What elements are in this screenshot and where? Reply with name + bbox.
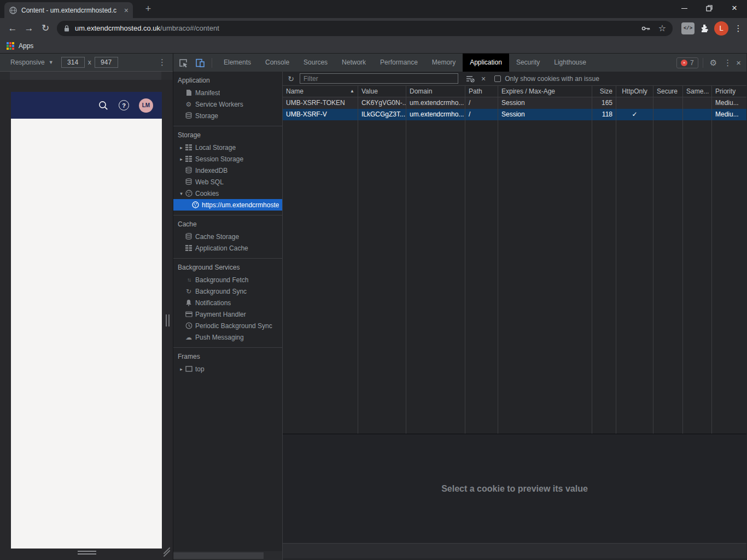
- sidebar-item-cookie-origin[interactable]: https://um.extendcrmhoste: [173, 199, 282, 211]
- devtools-close-icon[interactable]: ×: [736, 58, 741, 67]
- sidebar-item-cache-storage[interactable]: Cache Storage: [173, 231, 282, 242]
- profile-avatar[interactable]: L: [714, 21, 728, 36]
- sidebar-item-cookies[interactable]: ▾ Cookies: [173, 188, 282, 199]
- code-extension-icon[interactable]: </>: [681, 22, 695, 34]
- tab-network[interactable]: Network: [335, 54, 373, 72]
- browser-menu-icon[interactable]: ⋮: [734, 24, 743, 33]
- apps-shortcut[interactable]: Apps: [19, 42, 33, 50]
- page-app-header: ? LM: [11, 92, 162, 119]
- error-badge[interactable]: × 7: [676, 57, 698, 68]
- refresh-icon[interactable]: ↻: [287, 74, 295, 83]
- minimize-button[interactable]: [672, 0, 697, 16]
- new-tab-button[interactable]: +: [142, 3, 154, 15]
- delete-cookie-icon[interactable]: ×: [481, 74, 486, 83]
- column-header-httponly[interactable]: HttpOnly: [616, 86, 653, 97]
- tab-sources[interactable]: Sources: [296, 54, 335, 72]
- bookmark-star-icon[interactable]: ☆: [658, 23, 666, 33]
- viewport-resize-handle-right[interactable]: [166, 314, 170, 326]
- sidebar-item-background-sync[interactable]: ↻ Background Sync: [173, 285, 282, 297]
- sidebar-item-payment-handler[interactable]: Payment Handler: [173, 308, 282, 320]
- cloud-icon: ☁: [185, 334, 192, 341]
- sidebar-item-periodic-background-sync[interactable]: Periodic Background Sync: [173, 320, 282, 331]
- key-icon[interactable]: [641, 25, 651, 32]
- settings-gear-icon[interactable]: ⚙: [710, 58, 717, 68]
- emulated-page[interactable]: ? LM: [11, 92, 162, 549]
- tab-security[interactable]: Security: [509, 54, 547, 72]
- sidebar-item-push-messaging[interactable]: ☁ Push Messaging: [173, 331, 282, 343]
- address-bar[interactable]: um.extendcrmhosted.co.uk/umbraco#/conten…: [57, 21, 673, 36]
- expander-icon[interactable]: ▸: [178, 156, 185, 162]
- column-header-value[interactable]: Value: [358, 86, 406, 97]
- cookie-filter-input[interactable]: [300, 73, 458, 84]
- devtools-menu-icon[interactable]: ⋮: [723, 58, 732, 68]
- device-mode-select[interactable]: Responsive: [10, 59, 45, 66]
- sidebar-item-indexeddb[interactable]: IndexedDB: [173, 165, 282, 176]
- cookies-panel: ↻ × Only show cookies with an issue Name…: [283, 72, 746, 560]
- restore-button[interactable]: [697, 0, 722, 16]
- tab-console[interactable]: Console: [258, 54, 296, 72]
- tab-lighthouse[interactable]: Lighthouse: [547, 54, 593, 72]
- expander-icon[interactable]: ▸: [178, 145, 185, 150]
- sidebar-item-local-storage[interactable]: ▸ Local Storage: [173, 142, 282, 153]
- column-header-samesite[interactable]: Same...: [683, 86, 712, 97]
- tab-performance[interactable]: Performance: [373, 54, 425, 72]
- tab-memory[interactable]: Memory: [425, 54, 463, 72]
- only-issues-checkbox[interactable]: [494, 75, 501, 82]
- viewport-resize-handle-bottom[interactable]: [78, 551, 96, 556]
- reload-icon[interactable]: ↻: [37, 22, 54, 34]
- expander-icon[interactable]: ▸: [178, 366, 185, 372]
- device-toolbar-toggle-icon[interactable]: [193, 56, 207, 70]
- column-header-priority[interactable]: Priority: [712, 86, 746, 97]
- clear-filter-icon[interactable]: [466, 75, 475, 83]
- sidebar-horizontal-scrollbar[interactable]: [173, 551, 282, 560]
- column-header-path[interactable]: Path: [465, 86, 498, 97]
- tab-application[interactable]: Application: [463, 54, 509, 72]
- tab-close-icon[interactable]: ×: [124, 6, 129, 15]
- sidebar-item-session-storage[interactable]: ▸ Session Storage: [173, 153, 282, 165]
- help-icon[interactable]: ?: [119, 100, 129, 110]
- device-toolbar-menu-icon[interactable]: ⋮: [158, 57, 166, 67]
- column-header-name[interactable]: Name▲: [283, 86, 358, 97]
- sidebar-item-application-cache[interactable]: Application Cache: [173, 242, 282, 254]
- preview-placeholder-text: Select a cookie to preview its value: [441, 484, 588, 494]
- sidebar-item-manifest[interactable]: Manifest: [173, 87, 282, 98]
- inspect-element-icon[interactable]: [176, 56, 190, 70]
- browser-tab[interactable]: Content - um.extendcrmhosted.c ×: [4, 2, 133, 18]
- section-storage: Storage: [173, 126, 282, 142]
- preview-footer-strip: [283, 543, 746, 558]
- column-header-expires[interactable]: Expires / Max-Age: [498, 86, 592, 97]
- gear-icon: ⚙: [185, 101, 192, 108]
- table-icon: [185, 144, 192, 150]
- check-icon: ✓: [616, 109, 653, 120]
- sidebar-item-notifications[interactable]: Notifications: [173, 297, 282, 308]
- viewport-resize-handle-corner[interactable]: [162, 547, 172, 557]
- viewport-width-input[interactable]: [61, 57, 85, 68]
- viewport-height-input[interactable]: [95, 57, 118, 68]
- cookies-toolbar: ↻ × Only show cookies with an issue: [283, 72, 746, 86]
- cookie-row-umb-xsrf-v-selected[interactable]: UMB-XSRF-V ILkGCGgZ3T... um.extendcrmho.…: [283, 109, 746, 120]
- table-icon: [185, 245, 192, 251]
- back-icon[interactable]: ←: [4, 23, 21, 34]
- sidebar-item-frame-top[interactable]: ▸ top: [173, 363, 282, 375]
- forward-icon[interactable]: →: [21, 23, 37, 34]
- extensions-puzzle-icon[interactable]: [700, 24, 709, 33]
- database-icon: [185, 167, 192, 174]
- column-header-domain[interactable]: Domain: [406, 86, 465, 97]
- sidebar-item-storage[interactable]: Storage: [173, 110, 282, 121]
- column-header-secure[interactable]: Secure: [653, 86, 683, 97]
- scrollbar-thumb[interactable]: [173, 552, 264, 559]
- search-icon[interactable]: [98, 100, 109, 111]
- cookie-row-umb-xsrf-token[interactable]: UMB-XSRF-TOKEN CK6YgVG0N-... um.extendcr…: [283, 97, 746, 109]
- section-application: Application: [173, 72, 282, 87]
- tab-elements[interactable]: Elements: [217, 54, 258, 72]
- application-sidebar: Application Manifest ⚙ Service Workers: [173, 72, 283, 560]
- sidebar-item-service-workers[interactable]: ⚙ Service Workers: [173, 98, 282, 110]
- sync-icon: ↻: [185, 288, 192, 295]
- close-button[interactable]: ×: [722, 0, 747, 16]
- expander-icon[interactable]: ▾: [178, 191, 185, 196]
- column-header-size[interactable]: Size: [592, 86, 616, 97]
- sidebar-item-web-sql[interactable]: Web SQL: [173, 176, 282, 188]
- user-avatar[interactable]: LM: [139, 98, 153, 113]
- navigation-toolbar: ← → ↻ um.extendcrmhosted.co.uk/umbraco#/…: [0, 18, 747, 38]
- sidebar-item-background-fetch[interactable]: ↑↓ Background Fetch: [173, 274, 282, 285]
